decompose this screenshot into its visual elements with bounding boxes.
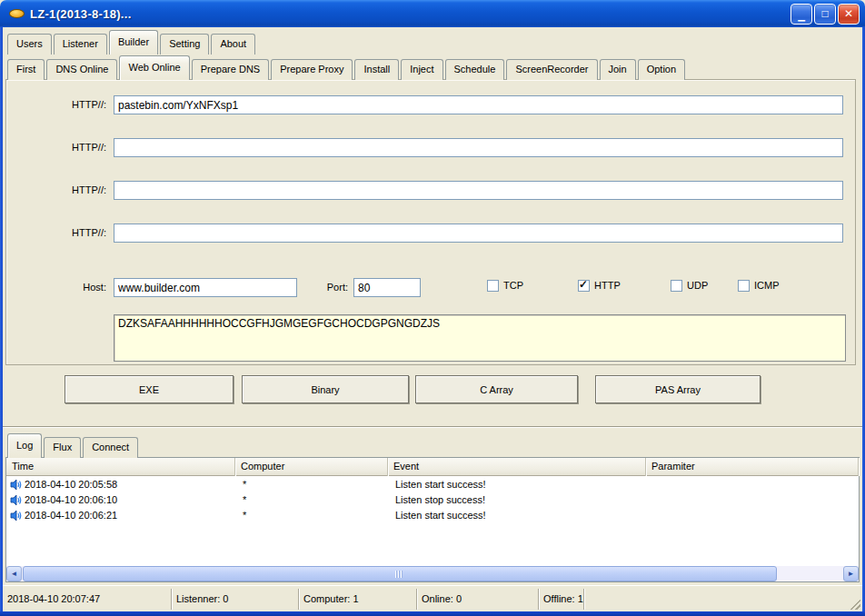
tab-option[interactable]: Option xyxy=(638,59,685,80)
log-table: Time Computer Event Paramiter 2018-04-10… xyxy=(5,457,860,582)
tab-setting[interactable]: Setting xyxy=(160,34,209,55)
tab-users[interactable]: Users xyxy=(7,34,52,55)
web-online-pane: HTTP//: HTTP//: HTTP//: HTTP//: Host: Po… xyxy=(5,79,856,365)
http-label-1: HTTP//: xyxy=(8,99,106,110)
exe-button[interactable]: EXE xyxy=(65,375,234,403)
tab-inject[interactable]: Inject xyxy=(401,59,442,80)
tab-dns-online[interactable]: DNS Online xyxy=(46,59,117,80)
scroll-right-button[interactable]: ► xyxy=(843,566,859,581)
tab-install[interactable]: Install xyxy=(354,59,399,80)
tab-listener[interactable]: Listener xyxy=(54,34,107,55)
icmp-checkbox-box xyxy=(738,280,750,292)
icmp-checkbox[interactable]: ICMP xyxy=(738,279,780,292)
minimize-icon: ▁ xyxy=(791,5,811,24)
log-cell-time: 2018-04-10 20:06:21 xyxy=(25,510,117,521)
icmp-checkbox-label: ICMP xyxy=(754,280,780,291)
app-icon xyxy=(9,9,25,18)
log-tab-bar: Log Flux Connect xyxy=(7,432,140,458)
http-input-2[interactable] xyxy=(114,138,843,157)
http-input-4[interactable] xyxy=(114,224,843,243)
payload-textarea[interactable]: DZKSAFAAHHHHHHOCCGFHJGMGEGFGCHOCDGPGNGDZ… xyxy=(114,314,846,362)
log-cell-computer: * xyxy=(243,494,246,505)
scroll-left-button[interactable]: ◄ xyxy=(6,566,22,581)
status-online: Online: 0 xyxy=(417,589,539,610)
log-row-2[interactable]: 2018-04-10 20:06:10 * Listen stop succes… xyxy=(6,493,859,509)
log-cell-event: Listen start success! xyxy=(395,479,486,490)
window-controls: ▁ □ ✕ xyxy=(790,4,860,25)
window-border-left xyxy=(0,27,3,611)
status-listener: Listenner: 0 xyxy=(172,589,299,610)
log-cell-computer: * xyxy=(243,510,246,521)
log-row-3[interactable]: 2018-04-10 20:06:21 * Listen start succe… xyxy=(6,509,859,524)
http-label-2: HTTP//: xyxy=(8,142,106,153)
tab-about[interactable]: About xyxy=(211,34,255,55)
column-header-time[interactable]: Time xyxy=(6,458,235,476)
tab-prepare-dns[interactable]: Prepare DNS xyxy=(192,59,269,80)
http-input-1[interactable] xyxy=(114,95,843,114)
binary-button[interactable]: Binary xyxy=(242,375,409,403)
c-array-button[interactable]: C Array xyxy=(415,375,578,403)
log-table-header: Time Computer Event Paramiter xyxy=(6,458,859,476)
resize-grip[interactable] xyxy=(849,598,860,610)
section-divider xyxy=(3,426,862,428)
tab-first[interactable]: First xyxy=(7,59,45,80)
http-label-3: HTTP//: xyxy=(8,184,106,195)
speaker-icon xyxy=(10,494,22,506)
udp-checkbox-box xyxy=(671,280,682,292)
pas-array-button[interactable]: PAS Array xyxy=(595,375,761,403)
log-cell-event: Listen stop success! xyxy=(395,494,485,505)
http-checkbox[interactable]: HTTP xyxy=(578,279,621,292)
tab-flux[interactable]: Flux xyxy=(44,437,81,458)
tab-schedule[interactable]: Schedule xyxy=(445,59,505,80)
log-row-1[interactable]: 2018-04-10 20:05:58 * Listen start succe… xyxy=(6,478,859,493)
tab-join[interactable]: Join xyxy=(600,59,636,80)
main-tab-bar: Users Listener Builder Setting About xyxy=(7,30,257,55)
title-bar[interactable]: LZ-1(2013-8-18)... ▁ □ ✕ xyxy=(0,0,865,27)
port-label: Port: xyxy=(306,282,348,293)
status-computer: Computer: 1 xyxy=(299,589,417,610)
window-border-bottom xyxy=(0,611,865,616)
status-time: 2018-04-10 20:07:47 xyxy=(3,589,172,610)
close-icon: ✕ xyxy=(839,5,859,24)
host-input[interactable] xyxy=(114,278,297,297)
horizontal-scrollbar[interactable]: ◄ ► xyxy=(6,566,859,581)
tab-builder[interactable]: Builder xyxy=(109,30,158,55)
tab-screenrecorder[interactable]: ScreenRecorder xyxy=(506,59,597,80)
app-window: LZ-1(2013-8-18)... ▁ □ ✕ Users Listener … xyxy=(0,0,865,616)
tab-web-online[interactable]: Web Online xyxy=(119,55,189,80)
tab-connect[interactable]: Connect xyxy=(83,437,138,458)
http-checkbox-box xyxy=(578,280,590,292)
close-button[interactable]: ✕ xyxy=(838,4,860,25)
host-label: Host: xyxy=(8,282,106,293)
tcp-checkbox[interactable]: TCP xyxy=(487,279,523,292)
speaker-icon xyxy=(10,510,22,522)
tcp-checkbox-box xyxy=(487,280,499,292)
tab-prepare-proxy[interactable]: Prepare Proxy xyxy=(271,59,353,80)
window-title: LZ-1(2013-8-18)... xyxy=(30,7,790,21)
tab-log[interactable]: Log xyxy=(7,433,42,458)
udp-checkbox-label: UDP xyxy=(687,280,708,291)
tcp-checkbox-label: TCP xyxy=(503,280,523,291)
http-checkbox-label: HTTP xyxy=(594,280,621,291)
column-header-computer[interactable]: Computer xyxy=(235,458,388,476)
log-cell-time: 2018-04-10 20:06:10 xyxy=(25,494,117,505)
http-label-4: HTTP//: xyxy=(8,227,106,238)
http-input-3[interactable] xyxy=(114,181,843,200)
status-bar: 2018-04-10 20:07:47 Listenner: 0 Compute… xyxy=(3,585,862,611)
column-header-paramiter[interactable]: Paramiter xyxy=(646,458,859,476)
minimize-button[interactable]: ▁ xyxy=(790,4,812,25)
log-cell-time: 2018-04-10 20:05:58 xyxy=(25,479,117,490)
builder-tab-bar: First DNS Online Web Online Prepare DNS … xyxy=(7,55,687,80)
speaker-icon xyxy=(10,479,22,491)
scrollbar-thumb[interactable] xyxy=(23,566,777,581)
udp-checkbox[interactable]: UDP xyxy=(671,279,708,292)
maximize-button[interactable]: □ xyxy=(814,4,836,25)
log-cell-event: Listen start success! xyxy=(395,510,486,521)
column-header-event[interactable]: Event xyxy=(388,458,646,476)
status-offline: Offline: 1 xyxy=(539,589,584,610)
log-cell-computer: * xyxy=(243,479,246,490)
maximize-icon: □ xyxy=(815,5,835,24)
port-input[interactable] xyxy=(353,278,421,297)
